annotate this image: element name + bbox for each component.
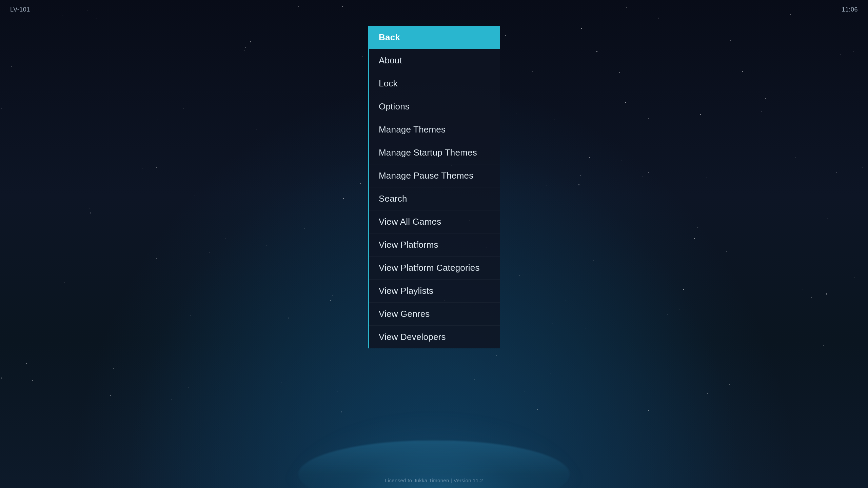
menu-item-manage-startup-themes[interactable]: Manage Startup Themes	[369, 141, 500, 164]
menu-item-label-options: Options	[379, 101, 410, 112]
menu-item-view-developers[interactable]: View Developers	[369, 326, 500, 348]
menu-item-about[interactable]: About	[369, 49, 500, 72]
menu-item-label-manage-themes: Manage Themes	[379, 124, 446, 135]
footer-text: Licensed to Jukka Timonen | Version 11.2	[385, 477, 483, 483]
menu-item-label-view-playlists: View Playlists	[379, 286, 433, 296]
menu-item-view-platform-categories[interactable]: View Platform Categories	[369, 257, 500, 280]
menu-item-view-platforms[interactable]: View Platforms	[369, 233, 500, 257]
menu-item-manage-pause-themes[interactable]: Manage Pause Themes	[369, 164, 500, 187]
menu-item-search[interactable]: Search	[369, 187, 500, 210]
menu-item-label-view-platform-categories: View Platform Categories	[379, 263, 480, 273]
menu-item-label-back: Back	[379, 32, 400, 43]
menu-item-label-about: About	[379, 55, 402, 66]
menu-item-manage-themes[interactable]: Manage Themes	[369, 118, 500, 141]
menu-item-label-view-genres: View Genres	[379, 309, 430, 319]
main-content: BackAboutLockOptionsManage ThemesManage …	[0, 19, 868, 473]
menu-container: BackAboutLockOptionsManage ThemesManage …	[368, 26, 500, 348]
menu-item-label-lock: Lock	[379, 78, 398, 89]
menu-item-label-view-all-games: View All Games	[379, 217, 441, 227]
header-right-label: 11:06	[842, 6, 858, 13]
menu-item-options[interactable]: Options	[369, 95, 500, 118]
footer: Licensed to Jukka Timonen | Version 11.2	[0, 473, 868, 488]
menu-item-back[interactable]: Back	[369, 26, 500, 49]
menu-item-label-search: Search	[379, 194, 407, 204]
menu-item-label-manage-startup-themes: Manage Startup Themes	[379, 147, 477, 158]
menu-item-view-playlists[interactable]: View Playlists	[369, 280, 500, 303]
header-left-label: LV-101	[10, 6, 30, 13]
menu-item-view-all-games[interactable]: View All Games	[369, 210, 500, 233]
menu-item-label-view-developers: View Developers	[379, 332, 446, 342]
header: LV-101 11:06	[0, 0, 868, 19]
menu-item-lock[interactable]: Lock	[369, 72, 500, 95]
menu-item-label-manage-pause-themes: Manage Pause Themes	[379, 170, 473, 181]
menu-item-label-view-platforms: View Platforms	[379, 240, 438, 250]
menu-item-view-genres[interactable]: View Genres	[369, 303, 500, 326]
